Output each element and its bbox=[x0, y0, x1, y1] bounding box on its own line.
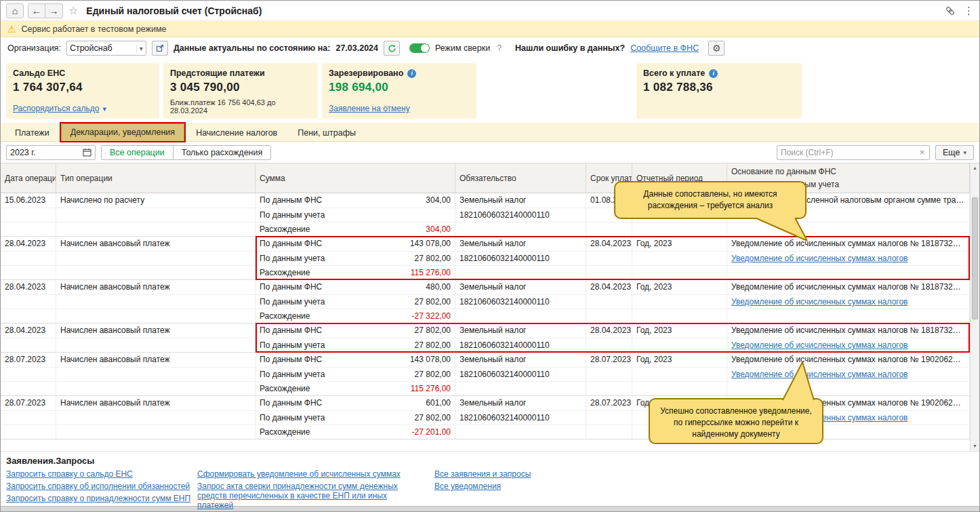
tab-declarations-notifications[interactable]: Декларации, уведомления bbox=[61, 123, 184, 141]
cell-operation-type bbox=[56, 222, 256, 236]
more-button[interactable]: Еще ▾ bbox=[935, 145, 974, 160]
period-field[interactable]: 2023 г. bbox=[6, 145, 96, 160]
chevron-down-icon[interactable]: ▾ bbox=[136, 45, 143, 52]
clear-search-icon[interactable]: × bbox=[918, 148, 926, 157]
notification-document-link[interactable]: Уведомление об исчисленных суммах налого… bbox=[731, 254, 907, 263]
compare-mode-toggle[interactable] bbox=[409, 43, 430, 53]
cell-operation-type bbox=[56, 368, 256, 381]
cell-basis: Уведомление об исчисленных суммах налого… bbox=[727, 353, 970, 367]
table-subrow[interactable]: 28.04.2023Начислен авансовый платежПо да… bbox=[1, 280, 970, 294]
notification-document-link[interactable]: Уведомление об исчисленных суммах налого… bbox=[731, 370, 907, 379]
dispose-balance-link[interactable]: Распорядиться сальдо bbox=[13, 104, 99, 113]
table-subrow[interactable]: 15.06.2023Начислено по расчетуПо данным … bbox=[1, 193, 970, 208]
table-subrow[interactable]: Расхождение115 276,00 bbox=[1, 265, 970, 279]
table-subrow[interactable]: Расхождение115 276,00 bbox=[1, 381, 970, 395]
forward-button[interactable]: → bbox=[45, 3, 63, 18]
more-menu-icon[interactable]: ⋮ bbox=[964, 5, 974, 17]
link-all-requests[interactable]: Все заявления и запросы bbox=[434, 469, 584, 479]
cell-kbk: 18210606032140000110 bbox=[455, 368, 586, 381]
app-window: ⌂ ← → ☆ Единый налоговый счет (Стройснаб… bbox=[0, 0, 980, 512]
table-subrow[interactable]: По данным учета27 802,001821060603214000… bbox=[1, 410, 970, 425]
header-sum[interactable]: Сумма bbox=[256, 163, 455, 193]
scrollbar-thumb[interactable] bbox=[972, 197, 978, 319]
table-row[interactable]: 28.04.2023Начислен авансовый платежПо да… bbox=[1, 323, 970, 353]
table-row[interactable]: 28.07.2023Начислен авансовый платежПо да… bbox=[1, 353, 970, 396]
organization-combo[interactable]: Стройснаб ▾ bbox=[66, 41, 146, 56]
sum-value: 143 078,00 bbox=[410, 353, 451, 367]
table-subrow[interactable]: По данным учета27 802,001821060603214000… bbox=[1, 367, 970, 381]
cell-due-date: 28.04.2023 bbox=[586, 323, 632, 338]
link-request-enp-certificate[interactable]: Запросить справку о принадлежности сумм … bbox=[6, 494, 192, 503]
table-subrow[interactable]: 28.04.2023Начислен авансовый платежПо да… bbox=[1, 323, 970, 338]
link-create-notification[interactable]: Сформировать уведомление об исчисленных … bbox=[197, 469, 424, 479]
cell-due-date bbox=[586, 222, 632, 236]
table-subrow[interactable]: По данным учета27 802,001821060603214000… bbox=[1, 251, 970, 265]
scroll-down-button[interactable]: ▼ bbox=[971, 441, 979, 451]
search-input[interactable] bbox=[781, 148, 918, 157]
table-row[interactable]: 15.06.2023Начислено по расчетуПо данным … bbox=[1, 193, 970, 237]
page-title: Единый налоговый счет (Стройснаб) bbox=[86, 5, 262, 16]
cell-operation-type: Начислен авансовый платеж bbox=[56, 237, 256, 251]
cell-sum: По данным ФНС601,00 bbox=[256, 396, 455, 410]
table-row[interactable]: 28.07.2023Начислен авансовый платежПо да… bbox=[1, 396, 970, 439]
table-row[interactable]: 28.04.2023Начислен авансовый платежПо да… bbox=[1, 280, 970, 323]
table-subrow[interactable]: По данным учета27 802,001821060603214000… bbox=[1, 338, 970, 352]
table-row[interactable]: 28.04.2023Начислен авансовый платежПо да… bbox=[1, 237, 970, 280]
compare-mode-label: Режим сверки bbox=[435, 43, 490, 53]
organization-label: Организация: bbox=[7, 43, 61, 53]
requests-section: Заявления.Запросы Запросить справку о са… bbox=[1, 451, 979, 506]
help-question-icon[interactable]: ? bbox=[495, 43, 503, 53]
settings-button[interactable]: ⚙ bbox=[708, 41, 724, 56]
sum-value: 27 802,00 bbox=[415, 368, 451, 381]
table-subrow[interactable]: Расхождение-27 201,00 bbox=[1, 425, 970, 439]
notification-document-link[interactable]: Уведомление об исчисленных суммах налого… bbox=[731, 340, 907, 350]
cell-sum: По данным ФНС143 078,00 bbox=[256, 353, 455, 367]
refresh-button[interactable] bbox=[384, 41, 400, 56]
cell-basis: Уведомление об исчисленных суммах налого… bbox=[727, 252, 970, 265]
only-differences-button[interactable]: Только расхождения bbox=[173, 145, 272, 160]
info-icon[interactable]: i bbox=[709, 69, 718, 78]
cell-sum: По данным учета27 802,00 bbox=[256, 295, 455, 309]
cell-operation-type bbox=[56, 425, 256, 439]
favorite-star-icon[interactable]: ☆ bbox=[68, 4, 78, 17]
tab-payments[interactable]: Платежи bbox=[6, 125, 58, 141]
found-error-label: Нашли ошибку в данных? bbox=[515, 43, 625, 53]
table-subrow[interactable]: По данным учета27 802,001821060603214000… bbox=[1, 294, 970, 309]
notification-document-link[interactable]: Уведомление об исчисленных суммах налого… bbox=[731, 297, 907, 307]
card-value: 1 082 788,36 bbox=[643, 81, 795, 94]
get-link-icon[interactable] bbox=[945, 5, 956, 16]
header-type[interactable]: Тип операции bbox=[56, 163, 256, 193]
sum-source-label: По данным ФНС bbox=[260, 323, 322, 338]
header-date[interactable]: Дата операции bbox=[1, 163, 56, 193]
table-body: 15.06.2023Начислено по расчетуПо данным … bbox=[1, 193, 970, 451]
table-subrow[interactable]: По данным учета18210606032140000110 bbox=[1, 208, 970, 222]
link-all-notifications[interactable]: Все уведомления bbox=[434, 481, 584, 491]
tab-tax-accrual[interactable]: Начисление налогов bbox=[187, 125, 286, 141]
link-request-balance-certificate[interactable]: Запросить справку о сальдо ЕНС bbox=[6, 469, 192, 479]
vertical-scrollbar[interactable]: ▲ ▼ bbox=[970, 163, 979, 451]
report-to-fns-link[interactable]: Сообщите в ФНС bbox=[630, 43, 699, 53]
cancel-application-link[interactable]: Заявление на отмену bbox=[329, 104, 410, 113]
organization-open-button[interactable] bbox=[152, 41, 168, 56]
table-subrow[interactable]: 28.04.2023Начислен авансовый платежПо да… bbox=[1, 237, 970, 251]
link-request-reconciliation-act[interactable]: Запрос акта сверки принадлежности сумм д… bbox=[197, 481, 424, 510]
table-subrow[interactable]: Расхождение304,00 bbox=[1, 222, 970, 236]
header-obligation[interactable]: Обязательство bbox=[455, 163, 586, 193]
table-subrow[interactable]: 28.07.2023Начислен авансовый платежПо да… bbox=[1, 396, 970, 410]
home-button[interactable]: ⌂ bbox=[6, 3, 24, 18]
table-subrow[interactable]: 28.07.2023Начислен авансовый платежПо да… bbox=[1, 353, 970, 367]
scroll-up-button[interactable]: ▲ bbox=[971, 163, 979, 173]
link-request-obligations-certificate[interactable]: Запросить справку об исполнении обязанно… bbox=[6, 481, 192, 491]
cell-sum: По данным учета bbox=[256, 208, 455, 222]
cell-operation-date: 15.06.2023 bbox=[1, 193, 56, 208]
table-subrow[interactable]: Расхождение-27 322,00 bbox=[1, 309, 970, 323]
info-icon[interactable]: i bbox=[407, 69, 416, 78]
tab-penalties[interactable]: Пени, штрафы bbox=[289, 125, 365, 141]
cell-operation-type bbox=[56, 295, 256, 309]
cell-due-date bbox=[586, 295, 632, 309]
back-button[interactable]: ← bbox=[28, 3, 45, 18]
calendar-icon[interactable] bbox=[83, 148, 91, 157]
sum-source-label: Расхождение bbox=[260, 425, 310, 439]
cell-kbk: 18210606032140000110 bbox=[455, 295, 586, 309]
all-operations-button[interactable]: Все операции bbox=[101, 145, 173, 160]
